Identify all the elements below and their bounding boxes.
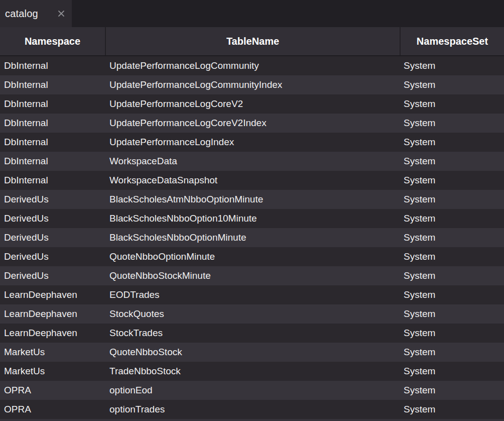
table-cell-tablename[interactable]: BlackScholesNbboOption10Minute bbox=[105, 213, 400, 224]
table-cell-namespace[interactable]: DbInternal bbox=[0, 156, 105, 167]
table-cell-namespace[interactable]: LearnDeephaven bbox=[0, 328, 105, 339]
table-row[interactable]: DerivedUsBlackScholesNbboOptionMinuteSys… bbox=[0, 228, 504, 247]
table-cell-tablename[interactable]: WorkspaceData bbox=[105, 156, 400, 167]
table-cell-namespace[interactable]: OPRA bbox=[0, 385, 105, 396]
table-header-row: Namespace TableName NamespaceSet bbox=[0, 27, 504, 56]
table-row[interactable]: DbInternalUpdatePerformanceLogCommunityS… bbox=[0, 56, 504, 75]
table-cell-namespace[interactable]: DerivedUs bbox=[0, 251, 105, 262]
table-cell-namespace[interactable]: OPRA bbox=[0, 404, 105, 415]
table-row[interactable]: OPRAoptionEodSystem bbox=[0, 381, 504, 400]
table-cell-namespaceset[interactable]: System bbox=[400, 251, 504, 262]
table-cell-namespace[interactable]: MarketUs bbox=[0, 347, 105, 358]
column-header-tablename[interactable]: TableName bbox=[105, 27, 400, 55]
table-cell-namespace[interactable]: DbInternal bbox=[0, 137, 105, 148]
table-cell-namespace[interactable]: LearnDeephaven bbox=[0, 308, 105, 320]
table-row[interactable]: DerivedUsQuoteNbboStockMinuteSystem bbox=[0, 266, 504, 285]
table-cell-namespaceset[interactable]: System bbox=[400, 347, 504, 358]
table-cell-tablename[interactable]: StockQuotes bbox=[105, 308, 400, 320]
table-cell-tablename[interactable]: BlackScholesNbboOptionMinute bbox=[105, 232, 400, 243]
table-row[interactable]: OPRAoptionTradesSystem bbox=[0, 400, 504, 419]
app-window: catalog Namespace TableName NamespaceSet… bbox=[0, 0, 504, 421]
table-cell-tablename[interactable]: QuoteNbboStock bbox=[105, 347, 400, 358]
catalog-table: Namespace TableName NamespaceSet DbInter… bbox=[0, 27, 504, 421]
table-row[interactable]: DbInternalUpdatePerformanceLogIndexSyste… bbox=[0, 133, 504, 152]
table-cell-namespaceset[interactable]: System bbox=[400, 137, 504, 148]
table-cell-namespace[interactable]: DerivedUs bbox=[0, 213, 105, 224]
table-cell-tablename[interactable]: optionTrades bbox=[105, 404, 400, 415]
table-cell-tablename[interactable]: QuoteNbboStockMinute bbox=[105, 270, 400, 281]
table-cell-namespaceset[interactable]: System bbox=[400, 194, 504, 205]
table-cell-namespaceset[interactable]: System bbox=[400, 270, 504, 281]
partial-row[interactable] bbox=[0, 419, 504, 421]
table-row[interactable]: DerivedUsBlackScholesAtmNbboOptionMinute… bbox=[0, 190, 504, 209]
table-cell-namespaceset[interactable]: System bbox=[400, 308, 504, 320]
table-row[interactable]: MarketUsTradeNbboStockSystem bbox=[0, 362, 504, 381]
table-cell-namespace[interactable]: DerivedUs bbox=[0, 270, 105, 281]
column-header-namespaceset[interactable]: NamespaceSet bbox=[400, 27, 504, 55]
table-cell-namespaceset[interactable]: System bbox=[400, 118, 504, 129]
table-cell-namespace[interactable]: LearnDeephaven bbox=[0, 289, 105, 300]
table-row[interactable]: DbInternalUpdatePerformanceLogCoreV2Syst… bbox=[0, 94, 504, 114]
table-row[interactable]: DbInternalWorkspaceDataSnapshotSystem bbox=[0, 171, 504, 190]
table-cell-namespace[interactable]: DbInternal bbox=[0, 79, 105, 90]
table-row[interactable]: DerivedUsBlackScholesNbboOption10MinuteS… bbox=[0, 209, 504, 228]
table-cell-namespace[interactable]: DbInternal bbox=[0, 175, 105, 186]
table-cell-tablename[interactable]: EODTrades bbox=[105, 289, 400, 300]
tab-bar: catalog bbox=[0, 0, 504, 27]
table-cell-namespaceset[interactable]: System bbox=[400, 156, 504, 167]
table-cell-namespaceset[interactable]: System bbox=[400, 232, 504, 243]
table-cell-namespace[interactable]: MarketUs bbox=[0, 366, 105, 377]
tab-label: catalog bbox=[5, 8, 55, 20]
table-cell-tablename[interactable]: UpdatePerformanceLogCommunityIndex bbox=[105, 79, 400, 90]
table-cell-namespace[interactable]: DerivedUs bbox=[0, 232, 105, 243]
table-cell-tablename[interactable]: StockTrades bbox=[105, 328, 400, 339]
tab-catalog[interactable]: catalog bbox=[0, 0, 72, 27]
close-icon[interactable] bbox=[55, 8, 67, 20]
table-cell-tablename[interactable]: UpdatePerformanceLogCoreV2 bbox=[105, 98, 400, 110]
table-cell-namespaceset[interactable]: System bbox=[400, 213, 504, 224]
table-cell-namespaceset[interactable]: System bbox=[400, 289, 504, 300]
table-cell-tablename[interactable]: TradeNbboStock bbox=[105, 366, 400, 377]
table-row[interactable]: DbInternalUpdatePerformanceLogCommunityI… bbox=[0, 75, 504, 94]
table-row[interactable]: LearnDeephavenStockTradesSystem bbox=[0, 324, 504, 343]
column-header-namespace[interactable]: Namespace bbox=[0, 27, 105, 55]
table-cell-namespace[interactable]: DbInternal bbox=[0, 60, 105, 71]
table-cell-namespaceset[interactable]: System bbox=[400, 79, 504, 90]
table-cell-tablename[interactable]: WorkspaceDataSnapshot bbox=[105, 175, 400, 186]
table-row[interactable]: LearnDeephavenStockQuotesSystem bbox=[0, 304, 504, 324]
table-cell-tablename[interactable]: QuoteNbboOptionMinute bbox=[105, 251, 400, 262]
table-cell-namespace[interactable]: DbInternal bbox=[0, 118, 105, 129]
table-cell-namespaceset[interactable]: System bbox=[400, 175, 504, 186]
table-cell-namespaceset[interactable]: System bbox=[400, 328, 504, 339]
table-cell-tablename[interactable]: UpdatePerformanceLogIndex bbox=[105, 137, 400, 148]
table-cell-namespaceset[interactable]: System bbox=[400, 60, 504, 71]
table-cell-tablename[interactable]: BlackScholesAtmNbboOptionMinute bbox=[105, 194, 400, 205]
table-row[interactable]: DbInternalWorkspaceDataSystem bbox=[0, 152, 504, 171]
table-row[interactable]: MarketUsQuoteNbboStockSystem bbox=[0, 343, 504, 362]
table-row[interactable]: LearnDeephavenEODTradesSystem bbox=[0, 285, 504, 304]
table-cell-namespace[interactable]: DerivedUs bbox=[0, 194, 105, 205]
table-cell-namespaceset[interactable]: System bbox=[400, 366, 504, 377]
table-cell-namespace[interactable]: DbInternal bbox=[0, 98, 105, 110]
table-cell-namespaceset[interactable]: System bbox=[400, 404, 504, 415]
table-cell-tablename[interactable]: UpdatePerformanceLogCoreV2Index bbox=[105, 118, 400, 129]
table-body: DbInternalUpdatePerformanceLogCommunityS… bbox=[0, 56, 504, 419]
table-row[interactable]: DerivedUsQuoteNbboOptionMinuteSystem bbox=[0, 247, 504, 266]
table-cell-tablename[interactable]: optionEod bbox=[105, 385, 400, 396]
table-row[interactable]: DbInternalUpdatePerformanceLogCoreV2Inde… bbox=[0, 114, 504, 133]
table-cell-tablename[interactable]: UpdatePerformanceLogCommunity bbox=[105, 60, 400, 71]
table-cell-namespaceset[interactable]: System bbox=[400, 385, 504, 396]
table-cell-namespaceset[interactable]: System bbox=[400, 98, 504, 110]
